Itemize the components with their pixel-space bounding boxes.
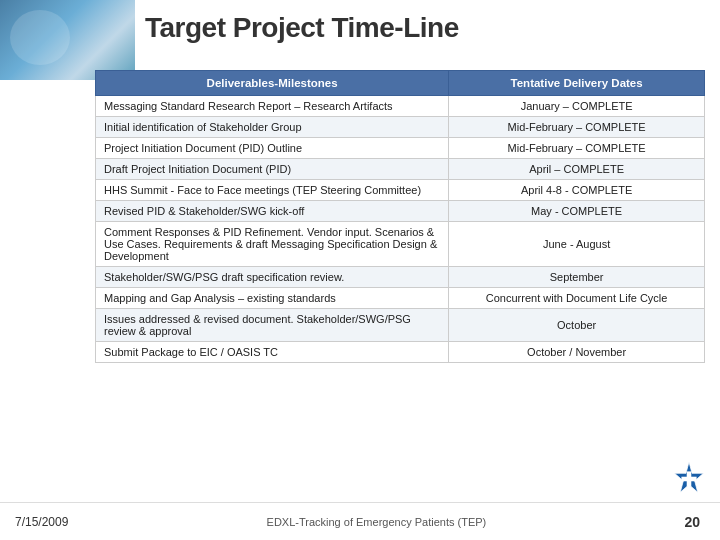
- footer-center-text: EDXL-Tracking of Emergency Patients (TEP…: [267, 516, 487, 528]
- deliverable-cell: HHS Summit - Face to Face meetings (TEP …: [96, 180, 449, 201]
- deliverable-cell: Comment Responses & PID Refinement. Vend…: [96, 222, 449, 267]
- footer-date: 7/15/2009: [15, 515, 68, 529]
- deliverable-cell: Project Initiation Document (PID) Outlin…: [96, 138, 449, 159]
- table-row: Submit Package to EIC / OASIS TCOctober …: [96, 342, 705, 363]
- table-row: Project Initiation Document (PID) Outlin…: [96, 138, 705, 159]
- dates-cell: January – COMPLETE: [449, 96, 705, 117]
- star-of-life-badge: [670, 460, 708, 498]
- main-content: Deliverables-Milestones Tentative Delive…: [95, 70, 705, 500]
- table-row: Comment Responses & PID Refinement. Vend…: [96, 222, 705, 267]
- footer: 7/15/2009 EDXL-Tracking of Emergency Pat…: [0, 502, 720, 540]
- table-row: HHS Summit - Face to Face meetings (TEP …: [96, 180, 705, 201]
- dates-cell: October: [449, 309, 705, 342]
- deliverable-cell: Submit Package to EIC / OASIS TC: [96, 342, 449, 363]
- dates-cell: April – COMPLETE: [449, 159, 705, 180]
- timeline-table: Deliverables-Milestones Tentative Delive…: [95, 70, 705, 363]
- header-image: [0, 0, 135, 80]
- deliverable-cell: Initial identification of Stakeholder Gr…: [96, 117, 449, 138]
- deliverable-cell: Messaging Standard Research Report – Res…: [96, 96, 449, 117]
- deliverable-cell: Issues addressed & revised document. Sta…: [96, 309, 449, 342]
- table-row: Initial identification of Stakeholder Gr…: [96, 117, 705, 138]
- dates-cell: Mid-February – COMPLETE: [449, 138, 705, 159]
- dates-cell: Mid-February – COMPLETE: [449, 117, 705, 138]
- table-row: Revised PID & Stakeholder/SWG kick-offMa…: [96, 201, 705, 222]
- table-row: Stakeholder/SWG/PSG draft specification …: [96, 267, 705, 288]
- col-deliverable-header: Deliverables-Milestones: [96, 71, 449, 96]
- deliverable-cell: Revised PID & Stakeholder/SWG kick-off: [96, 201, 449, 222]
- dates-cell: Concurrent with Document Life Cycle: [449, 288, 705, 309]
- deliverable-cell: Stakeholder/SWG/PSG draft specification …: [96, 267, 449, 288]
- page-title: Target Project Time-Line: [145, 12, 700, 44]
- table-row: Draft Project Initiation Document (PID)A…: [96, 159, 705, 180]
- table-row: Issues addressed & revised document. Sta…: [96, 309, 705, 342]
- dates-cell: October / November: [449, 342, 705, 363]
- dates-cell: June - August: [449, 222, 705, 267]
- dates-cell: September: [449, 267, 705, 288]
- dates-cell: May - COMPLETE: [449, 201, 705, 222]
- table-row: Mapping and Gap Analysis – existing stan…: [96, 288, 705, 309]
- col-dates-header: Tentative Delivery Dates: [449, 71, 705, 96]
- dates-cell: April 4-8 - COMPLETE: [449, 180, 705, 201]
- table-row: Messaging Standard Research Report – Res…: [96, 96, 705, 117]
- footer-page-number: 20: [684, 514, 700, 530]
- svg-rect-2: [681, 477, 696, 482]
- deliverable-cell: Draft Project Initiation Document (PID): [96, 159, 449, 180]
- deliverable-cell: Mapping and Gap Analysis – existing stan…: [96, 288, 449, 309]
